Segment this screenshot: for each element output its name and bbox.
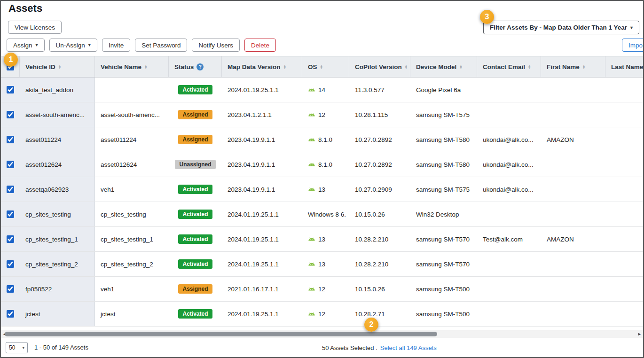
table-row: cp_sites_testing_2cp_sites_testing_2Acti…	[1, 252, 644, 277]
column-header-vehicle-name[interactable]: Vehicle Name ▲▼	[95, 56, 169, 77]
sort-icon[interactable]: ▲▼	[582, 64, 585, 70]
sort-icon[interactable]: ▲▼	[405, 64, 408, 70]
notify-users-label: Notify Users	[198, 42, 233, 49]
row-checkbox[interactable]	[7, 310, 14, 318]
column-header-device-model[interactable]: Device Model ▲▼	[410, 56, 477, 77]
vehicle-name-cell: asset-south-americ...	[95, 102, 169, 127]
column-header-contact-email[interactable]: Contact Email ▲▼	[477, 56, 541, 77]
row-select-cell	[1, 277, 20, 301]
status-cell: Activated	[169, 202, 222, 226]
horizontal-scrollbar[interactable]: ◄ ►	[1, 330, 643, 338]
invite-button[interactable]: Invite	[102, 39, 130, 52]
contact-email-cell	[477, 302, 541, 326]
row-checkbox[interactable]	[7, 210, 14, 218]
last-name-cell	[605, 177, 644, 202]
row-checkbox[interactable]	[7, 161, 14, 168]
footer-bar: 50 ▾ 1 - 50 of 149 Assets 50 Assets Sele…	[1, 338, 643, 357]
table-header: Vehicle ID ▲▼ Vehicle Name ▲▼ Status ? M…	[1, 56, 644, 78]
column-header-os[interactable]: OS ▲▼	[302, 56, 349, 77]
os-cell: 13	[302, 227, 349, 251]
table-row: asset011224asset011224Assigned2023.04.19…	[1, 127, 644, 152]
select-all-link[interactable]: Select all 149 Assets	[380, 344, 437, 351]
row-select-cell	[1, 102, 20, 127]
sort-icon[interactable]: ▲▼	[144, 64, 147, 70]
scroll-right-icon[interactable]: ►	[636, 330, 643, 338]
delete-button[interactable]: Delete	[244, 39, 276, 52]
column-header-copilot-version[interactable]: CoPilot Version ▲▼	[349, 56, 410, 77]
row-checkbox[interactable]	[7, 235, 14, 243]
row-select-cell	[1, 152, 20, 177]
sort-icon[interactable]: ▲▼	[58, 64, 61, 70]
row-select-cell	[1, 227, 20, 251]
first-name-cell	[541, 177, 605, 202]
copilot-version-cell: 10.27.0.2909	[349, 177, 410, 202]
page-size-select[interactable]: 50 ▾	[6, 342, 28, 353]
vehicle-id-cell: fp050522	[20, 277, 95, 301]
os-cell: 8.1.0	[302, 127, 349, 152]
row-checkbox[interactable]	[7, 86, 14, 93]
os-version-text: 14	[318, 86, 325, 93]
sort-icon[interactable]: ▲▼	[283, 64, 286, 70]
help-icon[interactable]: ?	[196, 63, 204, 70]
column-header-status[interactable]: Status ?	[169, 56, 222, 77]
column-header-last-name[interactable]: Last Name ▲▼	[605, 56, 644, 77]
vehicle-id-cell: asset011224	[20, 127, 95, 152]
first-name-cell	[541, 302, 605, 326]
map-data-version-cell: 2023.04.19.9.1.1	[222, 152, 302, 177]
map-data-version-cell: 2021.01.16.17.1.1	[222, 277, 302, 301]
notify-users-button[interactable]: Notify Users	[192, 39, 240, 52]
os-version-text: Windows 8 6.	[308, 211, 346, 218]
unassign-button[interactable]: Un-Assign ▾	[49, 39, 97, 52]
map-data-version-cell: 2024.01.19.25.1.1	[222, 302, 302, 326]
status-badge: Activated	[178, 185, 212, 194]
vehicle-id-cell: cp_sites_testing	[20, 202, 95, 226]
row-checkbox[interactable]	[7, 285, 14, 293]
copilot-version-cell: 10.27.0.2892	[349, 152, 410, 177]
table-row: fp050522veh1Assigned2021.01.16.17.1.1121…	[1, 277, 644, 302]
column-label: Contact Email	[483, 63, 525, 70]
sort-icon[interactable]: ▲▼	[320, 64, 323, 70]
import-button[interactable]: Import	[622, 39, 644, 52]
column-header-vehicle-id[interactable]: Vehicle ID ▲▼	[20, 56, 95, 77]
vehicle-name-cell: cp_sites_testing	[95, 202, 169, 226]
assign-button[interactable]: Assign ▾	[7, 39, 45, 52]
android-icon	[308, 87, 315, 92]
set-password-button[interactable]: Set Password	[135, 39, 187, 52]
android-icon	[308, 162, 315, 167]
map-data-version-cell: 2024.01.19.25.1.1	[222, 252, 302, 276]
sort-icon[interactable]: ▲▼	[528, 64, 531, 70]
selected-count-text: 50 Assets Selected .	[322, 344, 377, 351]
contact-email-cell: ukondai@alk.co...	[477, 152, 541, 177]
status-badge: Unassigned	[175, 160, 215, 169]
row-checkbox[interactable]	[7, 111, 14, 118]
row-checkbox[interactable]	[7, 186, 14, 193]
status-cell: Activated	[169, 78, 222, 102]
assign-label: Assign	[13, 42, 32, 49]
os-version-text: 8.1.0	[318, 136, 332, 143]
table-body: akila_test_addonActivated2024.01.19.25.1…	[1, 78, 644, 327]
last-name-cell	[605, 302, 644, 326]
row-checkbox[interactable]	[7, 260, 14, 268]
sort-icon[interactable]: ▲▼	[459, 64, 462, 70]
column-header-first-name[interactable]: First Name ▲▼	[541, 56, 605, 77]
device-model-cell: Google Pixel 6a	[410, 78, 477, 102]
column-header-map-data-version[interactable]: Map Data Version ▲▼	[222, 56, 302, 77]
device-model-cell: samsung SM-T570	[410, 227, 477, 251]
copilot-version-cell: 10.27.0.2892	[349, 127, 410, 152]
table-row: cp_sites_testingcp_sites_testingActivate…	[1, 202, 644, 227]
delete-label: Delete	[251, 42, 269, 49]
os-cell: 13	[302, 252, 349, 276]
vehicle-id-cell: assetqa062923	[20, 177, 95, 202]
filter-assets-button[interactable]: Filter Assets By - Map Data Older Than 1…	[483, 21, 639, 34]
copilot-version-cell: 10.28.2.210	[349, 227, 410, 251]
table-row: jctestjctestActivated2024.01.19.25.1.112…	[1, 302, 644, 327]
device-model-cell: samsung SM-T580	[410, 152, 477, 177]
view-licenses-button[interactable]: View Licenses	[8, 21, 62, 34]
pagination-range-text: 1 - 50 of 149 Assets	[34, 344, 88, 351]
last-name-cell	[605, 252, 644, 276]
scrollbar-thumb[interactable]	[5, 332, 437, 336]
row-checkbox[interactable]	[7, 136, 14, 143]
contact-email-cell	[477, 102, 541, 127]
vehicle-name-cell: jctest	[95, 302, 169, 326]
first-name-cell: AMAZON	[541, 227, 605, 251]
